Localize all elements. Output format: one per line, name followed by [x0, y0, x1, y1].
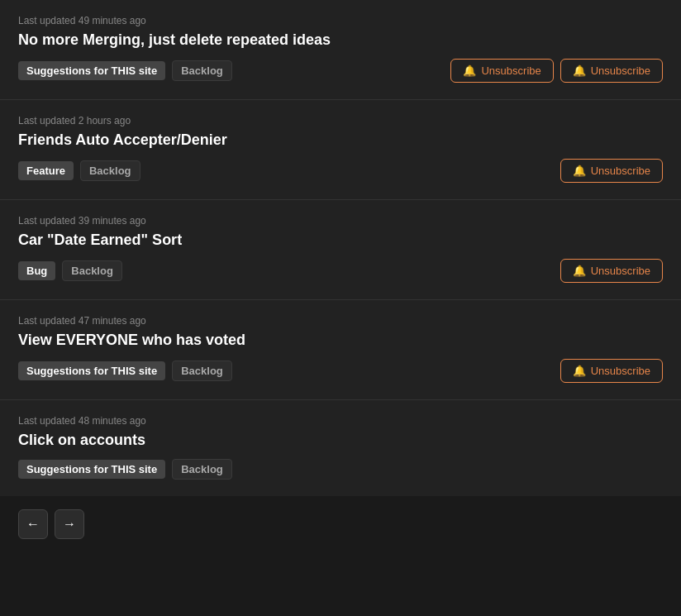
list-item: Last updated 39 minutes ago Car "Date Ea… [0, 200, 681, 300]
item-footer: Bug Backlog 🔔 Unsubscribe [18, 259, 663, 283]
timestamp: Last updated 2 hours ago [18, 115, 663, 127]
tag-primary: Suggestions for THIS site [18, 61, 165, 80]
unsubscribe-buttons: 🔔 Unsubscribe [560, 359, 663, 383]
tags: Suggestions for THIS site Backlog [18, 60, 232, 81]
unsubscribe-label: Unsubscribe [591, 265, 650, 277]
unsubscribe-button-2[interactable]: 🔔 Unsubscribe [560, 59, 663, 83]
bell-icon: 🔔 [573, 365, 586, 377]
timestamp: Last updated 47 minutes ago [18, 315, 663, 327]
bell-icon-2: 🔔 [573, 64, 586, 77]
tag-secondary: Backlog [172, 60, 232, 81]
unsubscribe-button[interactable]: 🔔 Unsubscribe [560, 359, 663, 383]
unsubscribe-button[interactable]: 🔔 Unsubscribe [560, 259, 663, 283]
items-container: Last updated 49 minutes ago No more Merg… [0, 0, 681, 496]
unsubscribe-label-2: Unsubscribe [591, 64, 650, 77]
timestamp: Last updated 39 minutes ago [18, 215, 663, 227]
unsubscribe-label: Unsubscribe [481, 64, 541, 77]
unsubscribe-button[interactable]: 🔔 Unsubscribe [560, 159, 663, 183]
item-footer: Feature Backlog 🔔 Unsubscribe [18, 159, 663, 183]
list-item: Last updated 47 minutes ago View EVERYON… [0, 300, 681, 400]
item-title: No more Merging, just delete repeated id… [18, 31, 663, 49]
tags: Suggestions for THIS site Backlog [18, 459, 232, 480]
tag-secondary: Backlog [172, 361, 232, 381]
unsubscribe-buttons: 🔔 Unsubscribe [560, 159, 663, 183]
next-page-button[interactable]: → [55, 509, 84, 539]
tag-secondary: Backlog [80, 160, 140, 181]
item-title: Friends Auto Accepter/Denier [18, 131, 663, 149]
unsubscribe-button[interactable]: 🔔 Unsubscribe [450, 59, 553, 83]
timestamp: Last updated 49 minutes ago [18, 15, 663, 26]
tags: Bug Backlog [18, 260, 122, 281]
tag-primary: Suggestions for THIS site [18, 361, 165, 380]
prev-page-button[interactable]: ← [18, 509, 48, 539]
item-title: View EVERYONE who has voted [18, 332, 663, 349]
tag-secondary: Backlog [62, 260, 122, 281]
item-title: Car "Date Earned" Sort [18, 232, 663, 249]
list-item: Last updated 49 minutes ago No more Merg… [0, 0, 681, 100]
item-footer: Suggestions for THIS site Backlog 🔔 Unsu… [18, 59, 663, 83]
unsubscribe-buttons: 🔔 Unsubscribe [560, 259, 663, 283]
timestamp: Last updated 48 minutes ago [18, 415, 663, 427]
tags: Suggestions for THIS site Backlog [18, 361, 232, 381]
bell-icon: 🔔 [573, 165, 586, 177]
bell-icon: 🔔 [573, 265, 586, 277]
tag-secondary: Backlog [172, 459, 232, 480]
item-footer: Suggestions for THIS site Backlog 🔔 Unsu… [18, 359, 663, 383]
bell-icon: 🔔 [463, 64, 476, 77]
pagination: ← → [0, 496, 681, 552]
unsubscribe-label: Unsubscribe [591, 365, 650, 377]
tag-primary: Feature [18, 161, 74, 180]
item-footer: Suggestions for THIS site Backlog [18, 459, 663, 480]
unsubscribe-buttons: 🔔 Unsubscribe 🔔 Unsubscribe [450, 59, 663, 83]
list-item: Last updated 2 hours ago Friends Auto Ac… [0, 100, 681, 200]
item-title: Click on accounts [18, 432, 663, 449]
tags: Feature Backlog [18, 160, 140, 181]
tag-primary: Bug [18, 261, 55, 280]
tag-primary: Suggestions for THIS site [18, 460, 165, 479]
list-item: Last updated 48 minutes ago Click on acc… [0, 400, 681, 496]
unsubscribe-label: Unsubscribe [591, 165, 650, 177]
